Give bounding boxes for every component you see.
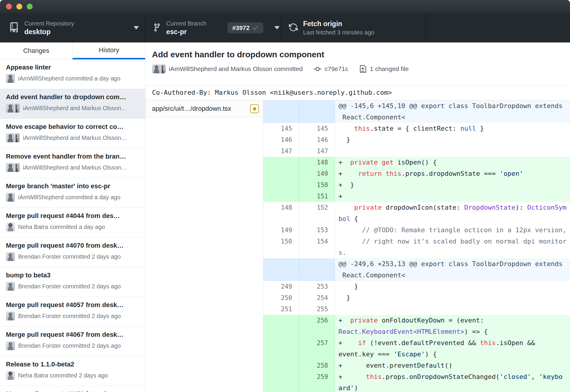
diff-code <box>335 146 570 157</box>
diff-code: // right now it's scaled badly on normal… <box>335 236 570 258</box>
commit-item-title: Merge pull request #4067 from desk… <box>6 331 140 339</box>
commit-list-item[interactable]: Merge pull request #4044 from des…Neha B… <box>0 208 145 238</box>
minimize-button[interactable] <box>16 4 22 10</box>
new-line-number: 152 <box>299 202 335 225</box>
new-line-number: 145 <box>299 123 335 134</box>
commit-item-title: Merge pull request #4057 from desk… <box>6 301 140 309</box>
commit-item-meta: iAmWillShepherd committed a day ago <box>6 74 140 83</box>
avatar <box>6 193 15 202</box>
commit-list-item[interactable]: Merge pull request #4072 from d… <box>0 386 145 392</box>
commit-item-meta: iAmWillShepherd and Markus Olsson… <box>6 133 140 142</box>
fetch-origin-button[interactable]: Fetch origin Last fetched 3 minutes ago <box>281 13 426 42</box>
diff-row-ctx: 251255 <box>263 304 570 315</box>
tab-changes[interactable]: Changes <box>0 42 72 59</box>
old-line-number <box>263 258 299 281</box>
commit-list-item[interactable]: Release to 1.1.0-beta2Neha Batra committ… <box>0 356 145 386</box>
commit-sha: c79e71c <box>325 65 348 72</box>
commit-item-meta-text: iAmWillShepherd committed a day ago <box>18 194 121 201</box>
diff-row-ctx: 150154 // right now it's scaled badly on… <box>263 236 570 258</box>
old-line-number <box>263 100 299 123</box>
commit-item-meta: iAmWillShepherd committed a day ago <box>6 193 140 202</box>
old-line-number: 149 <box>263 225 299 236</box>
diff-row-add: 149+ return this.props.dropdownState ===… <box>263 168 570 179</box>
commit-item-meta-text: Neha Batra committed 2 days ago <box>18 372 108 379</box>
diff-code: this.state = { clientRect: null } <box>335 123 570 134</box>
diff-code: } <box>335 281 570 292</box>
repository-name: desktop <box>24 28 74 36</box>
new-line-number: 153 <box>299 225 335 236</box>
repository-picker-button[interactable]: Current Repository desktop <box>0 13 145 42</box>
new-line-number: 255 <box>299 304 335 315</box>
author-avatars <box>6 252 15 261</box>
old-line-number <box>263 315 299 337</box>
new-line-number: 257 <box>299 337 335 360</box>
commit-list-item[interactable]: Merge pull request #4057 from desk…Brend… <box>0 297 145 327</box>
diff-code: + event.preventDefault() <box>335 360 570 371</box>
diff-code: + this.props.onDropdownStateChanged('clo… <box>335 371 570 392</box>
sync-icon <box>289 23 298 33</box>
commit-item-title: Remove event handler from the bran… <box>6 153 140 160</box>
avatar <box>6 133 15 142</box>
diff-row-ctx: 148152 private dropdownIcon(state: Dropd… <box>263 202 570 225</box>
commit-list-item[interactable]: Move escape behavior to correct co…iAmWi… <box>0 119 145 148</box>
commit-list-item[interactable]: Merge pull request #4067 from desk…Brend… <box>0 327 145 356</box>
old-line-number: 250 <box>263 292 299 304</box>
commit-item-title: Merge branch 'master' into esc-pr <box>6 182 140 190</box>
commit-list-item[interactable]: bump to beta3Brendan Forster committed 2… <box>0 267 145 297</box>
commit-item-meta: Brendan Forster committed 2 days ago <box>6 312 140 320</box>
commit-authors: iAmWillShepherd and Markus Olsson commit… <box>169 65 303 72</box>
author-avatars <box>152 64 166 73</box>
fetch-subtitle: Last fetched 3 minutes ago <box>303 29 374 36</box>
old-line-number: 150 <box>263 236 299 258</box>
diff-row-ctx: 145145 this.state = { clientRect: null } <box>263 123 570 134</box>
commit-list-item[interactable]: Appease linteriAmWillShepherd committed … <box>0 59 145 89</box>
commit-item-meta: Brendan Forster committed 2 days ago <box>6 282 140 291</box>
diff-row-add: 151+ <box>263 191 570 202</box>
old-line-number: 145 <box>263 123 299 134</box>
github-desktop-window: Current Repository desktop Current Branc… <box>0 0 570 392</box>
diff-code <box>335 304 570 315</box>
new-line-number: 253 <box>299 281 335 292</box>
maximize-button[interactable] <box>27 4 33 10</box>
old-line-number: 147 <box>263 146 299 157</box>
diff-code: + } <box>335 179 570 191</box>
file-path: app/src/ui/t…/dropdown.tsx <box>152 105 247 113</box>
commit-item-meta-text: iAmWillShepherd and Markus Olsson… <box>23 164 127 171</box>
author-avatars <box>6 193 15 202</box>
commit-item-meta: iAmWillShepherd and Markus Olsson… <box>6 163 140 172</box>
new-line-number: 149 <box>299 168 335 179</box>
commit-item-meta: Neha Batra committed a day ago <box>6 222 140 231</box>
commit-list-item[interactable]: Merge pull request #4070 from desk…Brend… <box>0 238 145 267</box>
new-line-number: 150 <box>299 179 335 191</box>
commit-description: Co-Authored-By: Markus Olsson <niik@user… <box>145 86 570 100</box>
chevron-down-icon <box>274 26 280 29</box>
old-line-number <box>263 157 299 168</box>
repo-icon <box>9 22 19 34</box>
diff-code: } <box>335 292 570 304</box>
avatar <box>6 163 15 172</box>
diff-row-add: 150+ } <box>263 179 570 191</box>
branch-picker-button[interactable]: Current Branch esc-pr #3972 <box>145 13 281 42</box>
diff-row-add: 148+ private get isOpen() { <box>263 157 570 168</box>
old-line-number <box>263 179 299 191</box>
author-avatars <box>6 104 20 113</box>
git-commit-icon <box>314 65 322 73</box>
commit-list: Appease linteriAmWillShepherd committed … <box>0 59 145 392</box>
avatar <box>6 371 15 380</box>
commit-item-meta-text: iAmWillShepherd committed a day ago <box>18 75 121 82</box>
commit-item-title: Release to 1.1.0-beta2 <box>6 361 140 368</box>
pr-number: #3972 <box>232 24 249 31</box>
commit-list-item[interactable]: Add event handler to dropdown com…iAmWil… <box>0 89 145 119</box>
avatar <box>6 341 15 350</box>
tab-history[interactable]: History <box>72 42 145 59</box>
changed-file-row[interactable]: app/src/ui/t…/dropdown.tsx <box>145 100 263 117</box>
commit-list-item[interactable]: Merge branch 'master' into esc-priAmWill… <box>0 178 145 208</box>
commit-detail-pane: Add event handler to dropdown component … <box>145 42 570 392</box>
diff-code: } <box>335 134 570 146</box>
close-button[interactable] <box>6 4 12 10</box>
diff-row-ctx: 146146 } <box>263 134 570 146</box>
commit-list-item[interactable]: Remove event handler from the bran…iAmWi… <box>0 148 145 178</box>
fetch-title: Fetch origin <box>303 20 374 28</box>
commit-item-meta-text: iAmWillShepherd and Markus Olsson… <box>23 105 127 112</box>
avatar <box>6 74 15 83</box>
